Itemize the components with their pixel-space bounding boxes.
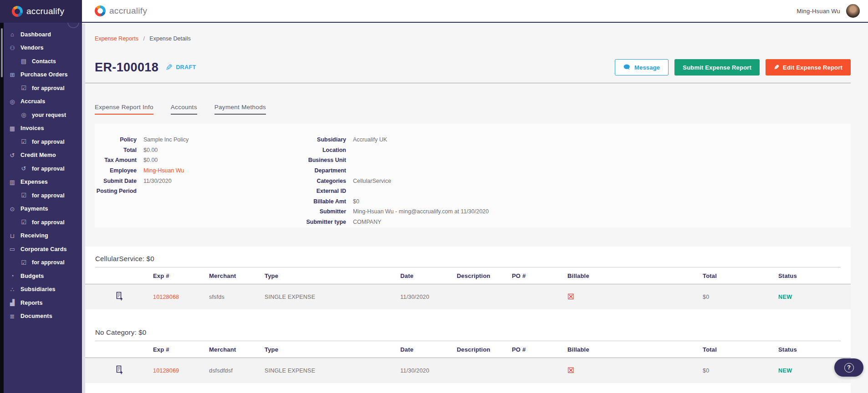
detail-label: Submitter type (273, 219, 346, 225)
detail-label: Employee (95, 167, 137, 174)
sidebar-scroll-track[interactable] (82, 24, 85, 393)
sidebar-logo-text: accrualify (26, 6, 64, 16)
purchase-orders-icon: ⊞ (8, 71, 16, 78)
detail-label: Business Unit (273, 157, 346, 163)
sidebar: accrualify ⌂ Dashboard ⚇ Vendors ▤ Conta… (0, 0, 82, 393)
sidebar-item[interactable]: ⚇ Vendors (4, 41, 82, 55)
detail-label: External ID (273, 188, 346, 194)
accrualify-logo-icon (12, 6, 23, 17)
sidebar-item[interactable]: ☑ for approval (4, 216, 82, 229)
type-cell: SINGLE EXPENSE (265, 368, 400, 374)
message-button[interactable]: Message (615, 59, 669, 76)
sidebar-item[interactable]: ☑ for approval (4, 135, 82, 149)
sidebar-item[interactable]: ☑ for approval (4, 81, 82, 95)
merchant-cell: dsfsdfdsf (209, 368, 265, 374)
sidebar-item-label: Contacts (32, 58, 56, 65)
sidebar-item[interactable]: ⊔ Receiving (4, 229, 82, 243)
sidebar-item-label: Expenses (20, 179, 48, 185)
sidebar-item[interactable]: ▭ Corporate Cards (4, 242, 82, 256)
sidebar-item-label: Invoices (20, 125, 44, 131)
sidebar-item-label: for approval (32, 139, 65, 145)
vendors-icon: ⚇ (8, 45, 16, 51)
sidebar-scrollbar-thumb[interactable] (1, 28, 3, 77)
breadcrumb-expense-reports-link[interactable]: Expense Reports (95, 35, 138, 42)
breadcrumb-current: Expense Details (149, 35, 190, 42)
detail-value: COMPANY (353, 219, 592, 225)
accrualify-logo-icon (95, 5, 106, 16)
column-header: Date (400, 272, 457, 279)
column-header: Date (400, 346, 457, 353)
sidebar-item-label: Documents (20, 313, 52, 319)
sidebar-item[interactable]: ⌂ Dashboard (4, 28, 82, 41)
sidebar-item[interactable]: ⊞ Purchase Orders (4, 68, 82, 82)
expense-number-link[interactable]: 10128069 (153, 368, 209, 374)
column-header: Exp # (153, 346, 209, 353)
edit-expense-report-button[interactable]: ✎ Edit Expense Report (766, 59, 851, 76)
sidebar-nav: ⌂ Dashboard ⚇ Vendors ▤ Contacts ⊞ Purch… (4, 23, 82, 393)
edit-title-pencil-icon[interactable]: ✎ (165, 62, 173, 73)
payments-icon: ⊙ (8, 206, 16, 212)
column-header: Billable (567, 346, 703, 353)
detail-label: Location (273, 147, 346, 153)
sidebar-item[interactable]: ▟ Reports (4, 296, 82, 310)
total-cell: $0 (703, 368, 778, 374)
user-name: Ming-Hsuan Wu (797, 8, 840, 15)
sidebar-item-label: Accruals (20, 98, 45, 105)
table-header-row: Exp # Merchant Type Date Description PO … (85, 267, 851, 284)
receipt-upload-icon[interactable] (85, 365, 153, 376)
detail-label: Categories (273, 178, 346, 184)
user-avatar[interactable] (846, 4, 860, 18)
tab-bar: Expense Report Info Accounts Payment Met… (95, 104, 851, 115)
topbar-logo: accrualify (82, 5, 147, 16)
title-row: ER-100018 ✎ DRAFT Message Submit Expense… (95, 58, 851, 76)
page-title: ER-100018 (95, 60, 158, 75)
home-icon: ⌂ (8, 31, 16, 38)
tab[interactable]: Accounts (171, 104, 197, 115)
help-button[interactable]: ? (834, 358, 863, 377)
receipt-upload-icon[interactable] (85, 292, 153, 302)
sidebar-item[interactable]: ◎ your request (4, 108, 82, 122)
sidebar-item[interactable]: ▤ Contacts (4, 55, 82, 68)
sidebar-item[interactable]: ⊙ Payments (4, 202, 82, 216)
approval-check-icon: ☑ (20, 259, 28, 266)
detail-value: $0.00 (143, 157, 291, 163)
sidebar-item[interactable]: ≣ Documents (4, 310, 82, 323)
sidebar-item[interactable]: ↺ Credit Memo (4, 149, 82, 162)
sidebar-item[interactable]: ▥ Expenses (4, 176, 82, 189)
credit-memo-icon: ↺ (20, 165, 28, 172)
column-header: Billable (567, 272, 703, 279)
category-group-title: CellularService: $0 (85, 247, 851, 267)
submit-expense-report-button[interactable]: Submit Expense Report (674, 59, 760, 76)
sidebar-item-label: Subsidiaries (20, 286, 56, 292)
sidebar-item[interactable]: ◎ Accruals (4, 95, 82, 109)
sidebar-item[interactable]: ◔ Budgets (4, 269, 82, 283)
expense-number-link[interactable]: 10128068 (153, 294, 209, 300)
detail-value: $0 (353, 198, 592, 205)
detail-label: Policy (95, 136, 137, 143)
tab[interactable]: Expense Report Info (95, 104, 153, 115)
tab[interactable]: Payment Methods (214, 104, 266, 115)
sidebar-item-label: for approval (32, 259, 65, 266)
app-window: accrualify ⌂ Dashboard ⚇ Vendors ▤ Conta… (0, 0, 868, 393)
sidebar-item[interactable]: ☑ for approval (4, 189, 82, 202)
reports-icon: ▟ (8, 299, 16, 306)
sidebar-item[interactable]: ▦ Invoices (4, 122, 82, 136)
edit-button-label: Edit Expense Report (783, 64, 842, 71)
expense-report-info-panel: Policy Sample Inc Policy Total $0.00 Tax… (95, 124, 851, 227)
sidebar-item[interactable]: ☑ for approval (4, 256, 82, 270)
detail-value: CellularService (353, 178, 592, 184)
user-menu[interactable]: Ming-Hsuan Wu (797, 4, 868, 18)
sidebar-scrollbar[interactable] (0, 0, 4, 393)
detail-label: Subsidiary (273, 136, 346, 143)
expense-row: 10128069 dsfsdfdsf SINGLE EXPENSE 11/30/… (85, 358, 851, 383)
detail-label: Submitter (273, 208, 346, 215)
sidebar-item[interactable]: ↺ for approval (4, 162, 82, 176)
sidebar-item-label: Reports (20, 300, 43, 306)
column-header: Exp # (153, 272, 209, 279)
question-mark-icon: ? (844, 363, 854, 373)
budgets-icon: ◔ (8, 272, 16, 279)
not-billable-icon: ☒ (567, 293, 703, 301)
column-header: Merchant (209, 346, 265, 353)
sidebar-item[interactable]: ∴ Subsidiaries (4, 283, 82, 297)
status-badge: DRAFT (176, 64, 196, 71)
